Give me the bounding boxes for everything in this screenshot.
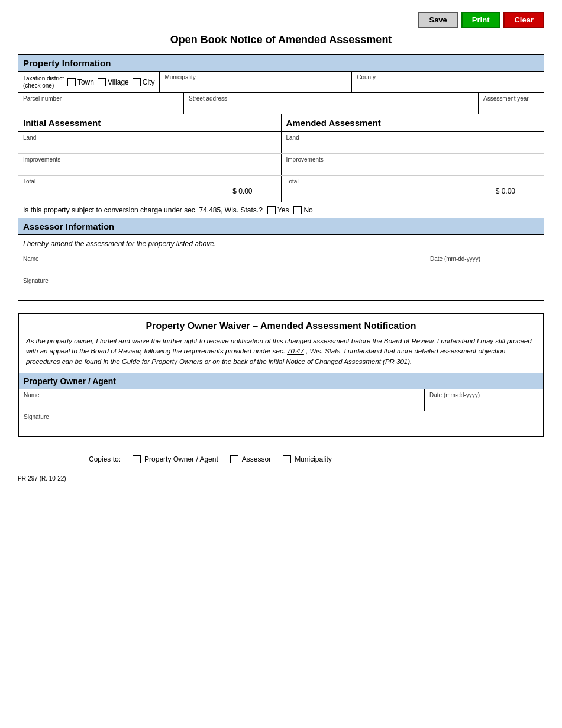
taxation-row: Taxation district(check one) Town Villag… — [18, 72, 544, 93]
town-checkbox-item[interactable]: Town — [67, 78, 94, 86]
county-label: County — [357, 74, 539, 80]
owner-date-label: Date (mm-dd-yyyy) — [429, 392, 538, 398]
print-button[interactable]: Print — [461, 12, 500, 28]
copy-item-assessor[interactable]: Assessor — [230, 455, 271, 463]
street-label: Street address — [189, 95, 473, 102]
county-cell: County — [352, 72, 544, 92]
amended-improvements-cell: Improvements — [282, 154, 544, 175]
assessor-italic-text: I hereby amend the assessment for the pr… — [18, 235, 544, 253]
assessor-signature-label: Signature — [23, 278, 539, 284]
village-checkbox-item[interactable]: Village — [98, 78, 129, 86]
municipality-copy-checkbox[interactable] — [283, 455, 291, 463]
assessor-info-header: Assessor Information — [18, 218, 544, 235]
amended-land-cell: Land — [282, 132, 544, 153]
assessment-headers: Initial Assessment Amended Assessment — [18, 114, 544, 132]
save-button[interactable]: Save — [418, 12, 457, 28]
amended-improvements-input[interactable] — [286, 164, 540, 172]
taxation-label: Taxation district(check one) — [23, 75, 64, 89]
copies-row: Copies to: Property Owner / Agent Assess… — [89, 455, 544, 463]
owner-name-label: Name — [24, 392, 419, 398]
toolbar: Save Print Clear — [18, 12, 544, 28]
initial-improvements-input[interactable] — [23, 164, 276, 172]
copy-item-municipality[interactable]: Municipality — [283, 455, 332, 463]
clear-button[interactable]: Clear — [503, 12, 544, 28]
land-row: Land Land — [18, 132, 544, 154]
amended-land-label: Land — [286, 134, 540, 141]
no-label: No — [303, 206, 312, 214]
owner-name-cell: Name — [19, 389, 425, 411]
conversion-row: Is this property subject to conversion c… — [18, 202, 544, 218]
total-row: Total $ 0.00 Total $ 0.00 — [18, 176, 544, 202]
link-guide-for-property-owners[interactable]: Guide for Property Owners — [122, 358, 203, 365]
copies-label: Copies to: — [89, 455, 121, 463]
total-amended-cell: Total $ 0.00 — [282, 176, 544, 202]
initial-land-cell: Land — [18, 132, 282, 153]
parcel-input[interactable] — [23, 103, 179, 111]
copy-municipality-label: Municipality — [295, 455, 332, 463]
municipality-input[interactable] — [164, 82, 347, 90]
owner-date-cell: Date (mm-dd-yyyy) — [425, 389, 543, 411]
owner-name-date-row: Name Date (mm-dd-yyyy) — [19, 389, 543, 411]
owner-copy-checkbox[interactable] — [133, 455, 141, 463]
taxation-district-cell: Taxation district(check one) Town Villag… — [18, 72, 160, 92]
assessor-name-cell: Name — [18, 253, 425, 275]
owner-date-input[interactable] — [429, 400, 538, 408]
village-checkbox[interactable] — [98, 78, 106, 86]
no-checkbox[interactable] — [293, 206, 302, 214]
assessor-name-date-row: Name Date (mm-dd-yyyy) — [18, 253, 544, 275]
municipality-cell: Municipality — [160, 72, 352, 92]
city-checkbox[interactable] — [133, 78, 141, 86]
initial-improvements-cell: Improvements — [18, 154, 282, 175]
no-checkbox-item[interactable]: No — [293, 206, 312, 214]
property-information-section: Property Information Taxation district(c… — [18, 54, 544, 301]
yes-checkbox[interactable] — [267, 206, 276, 214]
owner-name-input[interactable] — [24, 400, 419, 408]
yes-label: Yes — [277, 206, 289, 214]
initial-land-input[interactable] — [23, 142, 276, 150]
assessor-date-cell: Date (mm-dd-yyyy) — [425, 253, 544, 275]
street-input[interactable] — [189, 103, 473, 111]
street-cell: Street address — [184, 93, 479, 114]
parcel-cell: Parcel number — [18, 93, 184, 114]
year-label: Assessment year — [483, 95, 539, 102]
copy-owner-label: Property Owner / Agent — [144, 455, 218, 463]
improvements-row: Improvements Improvements — [18, 154, 544, 176]
waiver-title: Property Owner Waiver – Amended Assessme… — [19, 314, 543, 336]
initial-assessment-header: Initial Assessment — [18, 114, 282, 131]
assessor-copy-checkbox[interactable] — [230, 455, 238, 463]
assessor-name-input[interactable] — [23, 263, 420, 272]
page-title: Open Book Notice of Amended Assessment — [18, 34, 544, 46]
initial-improvements-label: Improvements — [23, 156, 276, 163]
assessor-date-input[interactable] — [430, 263, 539, 272]
parcel-label: Parcel number — [23, 95, 179, 102]
property-info-header: Property Information — [18, 55, 544, 72]
town-label: Town — [77, 78, 94, 86]
owner-signature-cell: Signature — [19, 411, 543, 436]
town-checkbox[interactable] — [67, 78, 76, 86]
total-initial-label: Total — [23, 178, 276, 185]
amended-land-input[interactable] — [286, 142, 540, 150]
assessor-date-label: Date (mm-dd-yyyy) — [430, 256, 539, 262]
total-initial-cell: Total $ 0.00 — [18, 176, 282, 202]
village-label: Village — [108, 78, 129, 86]
conversion-question: Is this property subject to conversion c… — [23, 206, 263, 214]
city-checkbox-item[interactable]: City — [133, 78, 155, 86]
assessor-name-label: Name — [23, 256, 420, 262]
copy-item-owner[interactable]: Property Owner / Agent — [133, 455, 218, 463]
county-input[interactable] — [357, 82, 539, 90]
amended-assessment-header: Amended Assessment — [282, 114, 544, 131]
copy-assessor-label: Assessor — [242, 455, 271, 463]
city-label: City — [143, 78, 155, 86]
year-input[interactable] — [483, 103, 539, 111]
initial-land-label: Land — [23, 134, 276, 141]
amended-improvements-label: Improvements — [286, 156, 540, 163]
owner-signature-label: Signature — [24, 414, 538, 420]
waiver-text-3: or on the back of the initial Notice of … — [205, 358, 412, 365]
link-70-47[interactable]: 70.47 — [287, 347, 304, 355]
yes-checkbox-item[interactable]: Yes — [267, 206, 289, 214]
parcel-row: Parcel number Street address Assessment … — [18, 93, 544, 114]
waiver-body: As the property owner, I forfeit and wai… — [19, 336, 543, 373]
waiver-section: Property Owner Waiver – Amended Assessme… — [18, 313, 544, 437]
year-cell: Assessment year — [479, 93, 544, 114]
total-amended-label: Total — [286, 178, 540, 185]
